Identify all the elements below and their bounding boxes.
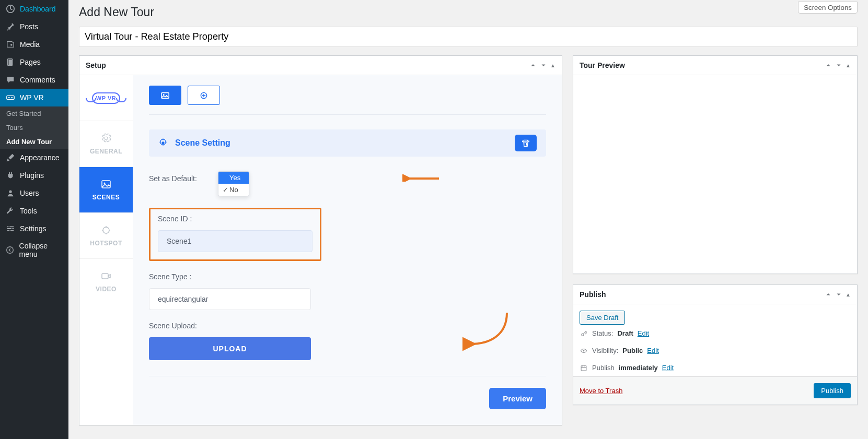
sidebar-label: Dashboard <box>20 5 56 13</box>
tab-content-scenes: Scene Setting Set as Default: <box>133 75 562 425</box>
scene-id-input[interactable] <box>158 230 313 252</box>
page-title: Add New Tour <box>79 5 154 19</box>
schedule-edit-link[interactable]: Edit <box>662 364 674 372</box>
scene-setting-label: Scene Setting <box>175 138 230 148</box>
plus-icon <box>200 91 208 100</box>
target-icon <box>101 225 111 235</box>
calendar-icon <box>580 364 588 372</box>
sidebar-item-dashboard[interactable]: Dashboard <box>0 0 68 18</box>
eye-icon <box>580 347 588 354</box>
schedule-value: immediately <box>619 364 658 372</box>
publish-heading: Publish <box>580 290 606 299</box>
svg-point-7 <box>9 191 11 193</box>
gear-icon <box>101 133 111 144</box>
sidebar-label: Collapse menu <box>19 242 64 258</box>
default-field-row: Set as Default: Yes ✓No <box>149 171 546 196</box>
schedule-label: Publish <box>592 364 615 372</box>
upload-button[interactable]: UPLOAD <box>149 337 311 360</box>
svg-point-6 <box>11 97 13 99</box>
tab-video[interactable]: VIDEO <box>79 259 133 305</box>
chevron-up-icon[interactable] <box>529 62 537 69</box>
media-icon <box>5 40 16 49</box>
admin-sidebar: Dashboard Posts Media Pages Comments <box>0 0 68 439</box>
sidebar-item-plugins[interactable]: Plugins <box>0 167 68 184</box>
tab-scenes[interactable]: SCENES <box>79 167 133 213</box>
collapse-icon <box>5 245 15 255</box>
sidebar-item-settings[interactable]: Settings <box>0 220 68 238</box>
toggle-panel-icon[interactable]: ▲ <box>846 63 851 68</box>
main-content: Add New Tour Screen Options Setup ▲ <box>68 0 868 439</box>
publish-button[interactable]: Publish <box>814 383 851 398</box>
sidebar-label: Posts <box>20 22 38 31</box>
sidebar-item-tools[interactable]: Tools <box>0 202 68 220</box>
wrench-icon <box>5 206 16 216</box>
move-to-trash-link[interactable]: Move to Trash <box>580 387 622 395</box>
setup-heading: Setup <box>86 61 106 69</box>
set-default-select[interactable]: Yes ✓No <box>218 171 249 196</box>
scene-type-input[interactable] <box>149 288 311 310</box>
chevron-down-icon[interactable] <box>540 62 547 69</box>
status-label: Status: <box>592 329 613 337</box>
tour-title-input[interactable] <box>79 27 858 47</box>
select-option-no[interactable]: ✓No <box>218 184 249 196</box>
svg-point-11 <box>103 227 109 233</box>
tab-label: HOTSPOT <box>90 240 122 247</box>
sidebar-item-appearance[interactable]: Appearance <box>0 149 68 167</box>
delete-scene-button[interactable] <box>515 135 537 151</box>
sidebar-item-media[interactable]: Media <box>0 35 68 53</box>
plug-icon <box>5 171 16 180</box>
tab-hotspot[interactable]: HOTSPOT <box>79 213 133 259</box>
submenu-add-new-tour[interactable]: Add New Tour <box>0 135 68 149</box>
select-option-yes[interactable]: Yes <box>218 172 249 184</box>
vr-icon <box>5 93 16 102</box>
add-scene-button[interactable] <box>188 86 220 105</box>
comment-icon <box>5 75 16 85</box>
toggle-panel-icon[interactable]: ▲ <box>550 63 555 68</box>
visibility-edit-link[interactable]: Edit <box>647 347 658 354</box>
sidebar-item-collapse[interactable]: Collapse menu <box>0 238 68 263</box>
submenu-tours[interactable]: Tours <box>0 121 68 135</box>
sidebar-item-users[interactable]: Users <box>0 184 68 202</box>
submenu-get-started[interactable]: Get Started <box>0 106 68 121</box>
scene-id-highlight: Scene ID : <box>149 208 321 261</box>
chevron-down-icon[interactable] <box>835 291 842 298</box>
sidebar-item-posts[interactable]: Posts <box>0 18 68 35</box>
svg-point-1 <box>10 44 13 46</box>
svg-point-8 <box>7 247 14 254</box>
image-icon <box>160 91 170 100</box>
visibility-value: Public <box>622 347 643 354</box>
sidebar-label: Comments <box>20 76 55 84</box>
sidebar-label: WP VR <box>20 93 44 102</box>
sidebar-label: Media <box>20 40 40 49</box>
save-draft-button[interactable]: Save Draft <box>580 311 625 325</box>
sidebar-item-comments[interactable]: Comments <box>0 71 68 89</box>
chevron-up-icon[interactable] <box>825 291 832 298</box>
scene-image-tab-button[interactable] <box>149 86 181 105</box>
tab-general[interactable]: GENERAL <box>79 121 133 167</box>
active-arrow-icon <box>68 93 73 102</box>
status-value: Draft <box>617 329 633 337</box>
status-edit-link[interactable]: Edit <box>638 329 649 337</box>
user-icon <box>5 188 16 198</box>
tour-preview-heading: Tour Preview <box>580 61 625 69</box>
sidebar-label: Pages <box>20 58 41 66</box>
svg-rect-20 <box>581 366 586 371</box>
svg-rect-12 <box>102 274 108 279</box>
toggle-panel-icon[interactable]: ▲ <box>846 292 851 298</box>
wpvr-submenu: Get Started Tours Add New Tour <box>0 106 68 149</box>
chevron-up-icon[interactable] <box>825 62 832 69</box>
sidebar-item-pages[interactable]: Pages <box>0 53 68 71</box>
preview-scene-button[interactable]: Preview <box>489 388 546 409</box>
scene-id-label: Scene ID : <box>158 215 313 223</box>
tour-preview-body <box>573 75 857 274</box>
visibility-label: Visibility: <box>592 347 618 354</box>
vertical-tabs: WP VR GENERAL <box>79 75 133 425</box>
svg-rect-9 <box>102 181 110 188</box>
svg-point-5 <box>8 97 10 99</box>
screen-options-button[interactable]: Screen Options <box>798 2 858 14</box>
chevron-down-icon[interactable] <box>835 62 842 69</box>
tab-label: VIDEO <box>96 286 117 293</box>
trash-icon <box>522 139 530 147</box>
brush-icon <box>5 153 16 162</box>
sidebar-item-wpvr[interactable]: WP VR <box>0 89 68 106</box>
